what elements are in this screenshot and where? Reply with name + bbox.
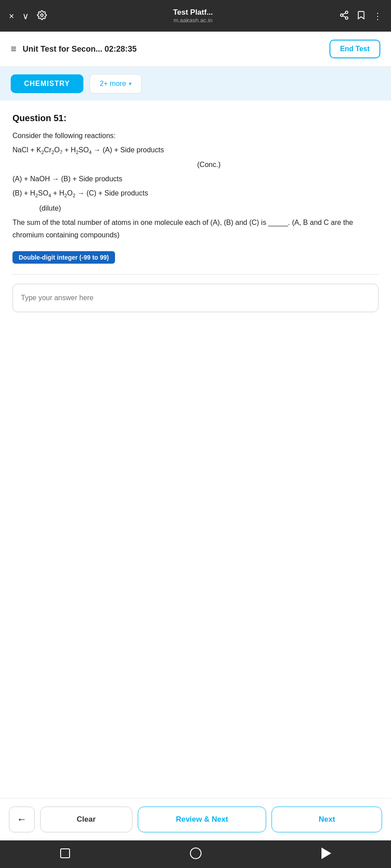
clear-button[interactable]: Clear	[40, 807, 132, 832]
reaction-2: (A) + NaOH → (B) + Side products	[12, 173, 379, 185]
content-spacer	[0, 555, 391, 798]
browser-bar: × ∨ Test Platf... m.aakash.ac.in ⋮	[0, 0, 391, 32]
question-body: Consider the following reactions: NaCl +…	[12, 130, 379, 241]
back-nav-icon[interactable]	[321, 848, 331, 859]
svg-line-5	[343, 13, 346, 15]
question-main-text: The sum of the total number of atoms in …	[12, 216, 379, 241]
subject-tabs: CHEMISTRY 2+ more ▾	[0, 67, 391, 101]
home-nav-icon[interactable]	[190, 848, 202, 859]
divider	[12, 274, 379, 275]
svg-line-4	[343, 16, 346, 17]
bookmark-icon[interactable]	[356, 10, 366, 21]
svg-point-1	[346, 11, 348, 14]
question-number: Question 51:	[12, 113, 379, 123]
system-nav-bar	[0, 840, 391, 868]
browser-title-area: Test Platf... m.aakash.ac.in	[55, 8, 331, 24]
svg-point-2	[341, 14, 343, 16]
chevron-down-icon: ▾	[129, 81, 132, 87]
reaction-3-note: (dilute)	[12, 202, 379, 215]
browser-right-icons: ⋮	[339, 10, 382, 21]
reaction-1-note: (Conc.)	[12, 159, 379, 171]
more-subjects-tab[interactable]: 2+ more ▾	[90, 74, 142, 94]
question-area: Question 51: Consider the following reac…	[0, 101, 391, 555]
browser-subtitle: m.aakash.ac.in	[55, 17, 331, 24]
reaction-1: NaCl + K2Cr2O7 + H2SO4 → (A) + Side prod…	[12, 144, 379, 157]
review-next-button[interactable]: Review & Next	[138, 807, 267, 832]
square-nav-icon[interactable]	[60, 848, 70, 858]
reaction-3: (B) + H2SO4 + H2O2 → (C) + Side products	[12, 187, 379, 200]
header-left: ≡ Unit Test for Secon... 02:28:35	[11, 43, 137, 55]
settings-icon[interactable]	[37, 10, 47, 21]
next-button[interactable]: Next	[272, 807, 382, 832]
bottom-action-bar: ← Clear Review & Next Next	[0, 798, 391, 840]
back-button[interactable]: ←	[9, 807, 35, 832]
question-type-badge: Double-digit integer (-99 to 99)	[12, 251, 115, 264]
answer-input[interactable]	[12, 284, 379, 312]
close-icon[interactable]: ×	[9, 12, 14, 20]
question-intro: Consider the following reactions:	[12, 130, 379, 142]
end-test-button[interactable]: End Test	[329, 40, 380, 58]
hamburger-icon[interactable]: ≡	[11, 43, 16, 55]
share-icon[interactable]	[339, 10, 349, 21]
more-icon[interactable]: ⋮	[373, 12, 382, 20]
dropdown-icon[interactable]: ∨	[22, 12, 29, 20]
browser-title: Test Platf...	[55, 8, 331, 17]
chemistry-tab[interactable]: CHEMISTRY	[11, 74, 83, 93]
svg-point-0	[41, 14, 43, 16]
svg-point-3	[346, 17, 348, 19]
app-header: ≡ Unit Test for Secon... 02:28:35 End Te…	[0, 32, 391, 67]
header-title: Unit Test for Secon... 02:28:35	[23, 45, 137, 54]
